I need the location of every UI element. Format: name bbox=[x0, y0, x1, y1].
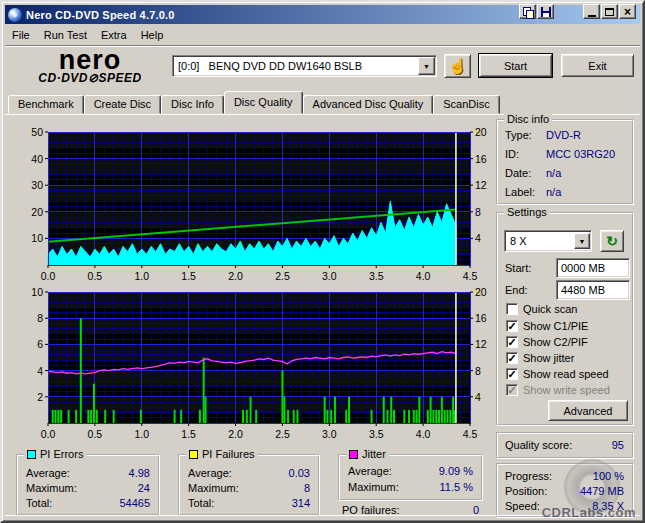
stat-value: 8 bbox=[304, 482, 310, 494]
stat-label: Maximum: bbox=[188, 482, 239, 494]
svg-text:3.0: 3.0 bbox=[322, 428, 337, 440]
checkbox-show-write-speed: ✓Show write speed bbox=[506, 383, 610, 397]
stat-label: Average: bbox=[188, 467, 232, 479]
svg-text:10: 10 bbox=[31, 288, 43, 298]
menu-help[interactable]: Help bbox=[134, 27, 171, 43]
menu-run-test[interactable]: Run Test bbox=[37, 27, 94, 43]
svg-text:3.5: 3.5 bbox=[369, 270, 384, 282]
scan-speed-selector[interactable]: 8 X ▼ bbox=[504, 230, 592, 252]
speed-dropdown-button[interactable]: ▼ bbox=[574, 233, 590, 249]
settings-title: Settings bbox=[504, 206, 550, 218]
svg-text:16: 16 bbox=[475, 312, 487, 324]
position-value: 4479 MB bbox=[580, 485, 624, 497]
menu-extra[interactable]: Extra bbox=[94, 27, 134, 43]
svg-text:6: 6 bbox=[37, 338, 43, 350]
checkbox-box: ✓ bbox=[506, 336, 518, 348]
refresh-button[interactable]: ↻ bbox=[600, 230, 624, 252]
svg-text:2.0: 2.0 bbox=[228, 270, 243, 282]
end-position-input[interactable]: 4480 MB bbox=[556, 280, 630, 300]
scan-speed-value: 8 X bbox=[505, 235, 573, 247]
jitter-stats-box: Jitter Average:9.09 % Maximum:11.5 % bbox=[338, 454, 483, 501]
start-position-label: Start: bbox=[505, 262, 531, 274]
app-window: Nero CD-DVD Speed 4.7.0.0 × File Run Tes… bbox=[0, 0, 645, 523]
advanced-button[interactable]: Advanced bbox=[548, 400, 628, 421]
svg-text:0.0: 0.0 bbox=[41, 428, 56, 440]
quality-score-box: Quality score: 95 bbox=[496, 432, 634, 459]
checkbox-show-c1-pie[interactable]: ✓Show C1/PIE bbox=[506, 319, 588, 333]
svg-text:0.5: 0.5 bbox=[88, 270, 103, 282]
tab-scandisc[interactable]: ScanDisc bbox=[433, 95, 499, 114]
tab-strip: Benchmark Create Disc Disc Info Disc Qua… bbox=[8, 93, 500, 114]
checkbox-box: ✓ bbox=[506, 320, 518, 332]
svg-text:20: 20 bbox=[475, 288, 487, 298]
checkbox-label: Quick scan bbox=[523, 303, 577, 315]
tab-disc-quality[interactable]: Disc Quality bbox=[224, 91, 303, 114]
pi-errors-stats-box: PI Errors Average:4.98 Maximum:24 Total:… bbox=[16, 454, 160, 516]
checkbox-show-jitter[interactable]: ✓Show jitter bbox=[506, 351, 574, 365]
save-button[interactable] bbox=[537, 4, 554, 19]
minimize-button[interactable] bbox=[583, 4, 600, 19]
disc-label-value: n/a bbox=[546, 186, 561, 198]
svg-text:1.5: 1.5 bbox=[181, 270, 196, 282]
hand-icon: ☝ bbox=[448, 57, 467, 75]
pi-errors-legend-swatch bbox=[27, 450, 36, 459]
checkbox-box: ✓ bbox=[506, 352, 518, 364]
stat-value: 0.03 bbox=[289, 467, 310, 479]
stat-value: 54465 bbox=[119, 497, 150, 509]
checkbox-show-c2-pif[interactable]: ✓Show C2/PIF bbox=[506, 335, 588, 349]
svg-text:0.0: 0.0 bbox=[41, 270, 56, 282]
drive-selector-value: [0:0] BENQ DVD DD DW1640 BSLB bbox=[173, 60, 417, 72]
drive-selector-dropdown-button[interactable]: ▼ bbox=[418, 57, 435, 75]
checkbox-label: Show C1/PIE bbox=[523, 320, 588, 332]
checkbox-box: ✓ bbox=[506, 368, 518, 380]
progress-value: 100 % bbox=[593, 470, 624, 482]
stat-value: 4.98 bbox=[129, 467, 150, 479]
start-position-input[interactable]: 0000 MB bbox=[556, 258, 630, 278]
watermark: CDRLabs.com bbox=[542, 505, 636, 520]
copy-icon bbox=[523, 7, 532, 17]
logo-subtext: CD·DVD⊘SPEED bbox=[15, 71, 165, 85]
eject-disc-button[interactable]: ☝ bbox=[444, 54, 471, 78]
refresh-icon: ↻ bbox=[606, 235, 618, 247]
exit-button[interactable]: Exit bbox=[561, 54, 634, 77]
svg-text:1.5: 1.5 bbox=[181, 428, 196, 440]
tab-create-disc[interactable]: Create Disc bbox=[84, 95, 161, 114]
svg-text:4.0: 4.0 bbox=[416, 270, 431, 282]
maximize-button[interactable] bbox=[601, 4, 618, 19]
start-button[interactable]: Start bbox=[479, 54, 552, 77]
svg-text:12: 12 bbox=[475, 179, 487, 191]
checkbox-show-read-speed[interactable]: ✓Show read speed bbox=[506, 367, 609, 381]
settings-box: Settings 8 X ▼ ↻ Start: 0000 MB End: 448… bbox=[496, 212, 634, 426]
stat-box-title: PI Errors bbox=[40, 448, 83, 460]
svg-text:1.0: 1.0 bbox=[134, 270, 149, 282]
pi-failures-stats-box: PI Failures Average:0.03 Maximum:8 Total… bbox=[178, 454, 320, 516]
disc-date-value: n/a bbox=[546, 167, 561, 179]
stat-value: 24 bbox=[138, 482, 150, 494]
svg-text:2.5: 2.5 bbox=[275, 270, 290, 282]
tab-benchmark[interactable]: Benchmark bbox=[8, 95, 84, 114]
svg-text:4.5: 4.5 bbox=[463, 270, 478, 282]
checkbox-label: Show write speed bbox=[523, 384, 610, 396]
stat-label: Total: bbox=[26, 497, 52, 509]
stat-value: 9.09 % bbox=[439, 465, 473, 477]
menu-file[interactable]: File bbox=[5, 27, 37, 43]
checkbox-box bbox=[506, 303, 518, 315]
tab-disc-info[interactable]: Disc Info bbox=[161, 95, 224, 114]
maximize-icon bbox=[605, 8, 614, 16]
svg-text:4: 4 bbox=[475, 391, 481, 403]
svg-text:40: 40 bbox=[31, 153, 43, 165]
stat-value: 11.5 % bbox=[440, 481, 473, 493]
svg-text:3.5: 3.5 bbox=[369, 428, 384, 440]
svg-text:10: 10 bbox=[31, 232, 43, 244]
stat-box-title: Jitter bbox=[362, 448, 386, 460]
close-button[interactable]: × bbox=[619, 4, 636, 19]
checkbox-quick-scan[interactable]: Quick scan bbox=[506, 302, 577, 316]
tab-advanced-disc-quality[interactable]: Advanced Disc Quality bbox=[303, 95, 434, 114]
disc-id-label: ID: bbox=[505, 148, 519, 160]
menu-bar: File Run Test Extra Help bbox=[5, 24, 640, 45]
disc-label-label: Label: bbox=[505, 186, 535, 198]
pi-failures-legend-swatch bbox=[189, 450, 198, 459]
drive-selector[interactable]: [0:0] BENQ DVD DD DW1640 BSLB ▼ bbox=[172, 55, 437, 77]
minimize-icon bbox=[588, 15, 596, 17]
copy-screenshot-button[interactable] bbox=[519, 4, 536, 19]
